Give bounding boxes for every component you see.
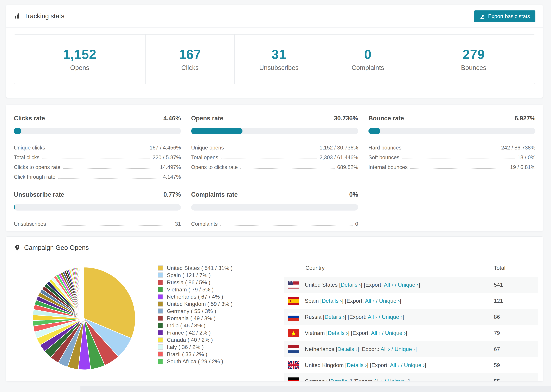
summary-stat-bounces: 279Bounces [412,35,535,84]
export-unique-link[interactable]: Unique › [379,298,400,304]
export-unique-link[interactable]: Unique › [388,378,408,382]
rate-stat-row: Soft bounces18 / 0% [368,151,536,161]
export-all-link[interactable]: All › [384,282,393,288]
rate-stat-label: Complaints [191,221,218,227]
rate-title: Unsubscribe rate [14,191,64,198]
legend-label: Italy ( 36 / 2% ) [167,344,204,350]
rate-value: 0.77% [163,191,181,198]
rate-stat-value: 242 / 86.738% [501,145,536,151]
legend-swatch [158,294,163,300]
summary-stats-strip: 1,152Opens167Clicks31Unsubscribes0Compla… [14,34,535,84]
rate-stat-value: 14.497% [160,164,181,170]
export-all-link[interactable]: All › [365,298,374,304]
rate-block-clicks-rate: Clicks rate4.46%Unique clicks167 / 4.456… [14,115,181,180]
details-link[interactable]: Details › [328,330,348,336]
country-name: Germany [ [305,378,330,382]
rate-stat-row: Unsubscribes31 [14,217,181,227]
rate-progress-fill [368,128,380,134]
details-link[interactable]: Details › [322,298,342,304]
rate-stat-row: Clicks to opens rate14.497% [14,161,181,170]
geo-content: United States ( 541 / 31% )Spain ( 121 /… [6,259,543,381]
dotted-leader [49,225,172,226]
rate-stat-label: Unique opens [191,145,224,151]
bracket-close: ] [415,346,417,352]
dotted-leader [226,149,317,149]
rate-stat-row: Internal bounces19 / 6.81% [368,161,536,170]
bracket-close: ] [406,330,407,336]
legend-swatch [158,308,163,314]
export-basic-stats-button[interactable]: Export basic stats [474,10,536,22]
geo-pie-chart [29,264,139,373]
legend-swatch [158,323,163,328]
legend-item: Spain ( 121 / 7% ) [158,272,233,279]
country-name: United Kingdom [ [305,362,347,368]
export-label: ] [Export: [357,346,381,352]
legend-label: France ( 42 / 2% ) [167,329,211,336]
export-all-link[interactable]: All › [368,314,377,320]
export-all-link[interactable]: All › [381,346,390,352]
export-unique-link[interactable]: Unique › [382,314,403,320]
export-label: ] [Export: [350,378,374,382]
total-cell: 121 [494,298,538,304]
campaign-geo-opens-card: Campaign Geo Opens United States ( 541 /… [6,236,543,381]
rate-stat-value: 18 / 0% [517,154,536,161]
rate-stat-value: 2,303 / 61.446% [319,154,358,161]
total-cell: 59 [494,362,538,368]
export-unique-link[interactable]: Unique › [398,282,418,288]
tracking-stats-title-text: Tracking stats [24,13,64,20]
rate-stat-label: Total opens [191,154,218,161]
legend-label: India ( 46 / 3% ) [167,322,205,329]
dotted-leader [404,149,498,149]
legend-label: Spain ( 121 / 7% ) [167,272,211,279]
total-cell: 86 [494,314,538,320]
geo-table: Country Total United States [Details ›] … [284,259,538,381]
legend-swatch [158,280,163,285]
geo-title: Campaign Geo Opens [14,244,89,252]
table-row-nl: Netherlands [Details ›] [Export: All › /… [284,341,538,357]
rate-stat-value: 220 / 5.87% [153,154,181,161]
rate-block-opens-rate: Opens rate30.736%Unique opens1,152 / 30.… [191,115,358,180]
link-separator: / [399,362,404,368]
rates-card: Clicks rate4.46%Unique clicks167 / 4.456… [6,105,543,231]
country-name: Netherlands [ [305,346,337,352]
export-label: ] [Export: [342,298,365,304]
tracking-stats-title: Tracking stats [14,13,64,20]
summary-stat-label: Bounces [461,64,486,71]
link-separator: / [380,330,385,336]
rate-progress-bar [191,204,358,210]
export-basic-stats-label: Export basic stats [488,13,530,20]
details-link[interactable]: Details › [337,346,357,352]
details-link[interactable]: Details › [347,362,367,368]
export-all-link[interactable]: All › [371,330,380,336]
country-cell: United Kingdom [Details ›] [Export: All … [305,362,426,368]
geo-header: Campaign Geo Opens [6,237,543,259]
country-cell: Spain [Details ›] [Export: All › / Uniqu… [305,298,401,304]
export-unique-link[interactable]: Unique › [385,330,406,336]
legend-label: South Africa ( 29 / 2% ) [167,358,223,365]
export-unique-link[interactable]: Unique › [395,346,415,352]
rate-stat-value: 4.147% [163,174,181,180]
table-row-ru: Russia [Details ›] [Export: All › / Uniq… [284,309,538,325]
bracket-close: ] [403,314,404,320]
country-cell: United States [Details ›] [Export: All ›… [305,282,420,288]
rate-title: Opens rate [191,115,223,122]
legend-item: United States ( 541 / 31% ) [158,264,233,272]
details-link[interactable]: Details › [325,314,345,320]
dotted-leader [58,178,160,179]
export-all-link[interactable]: All › [374,378,383,382]
legend-swatch [158,344,163,350]
rate-title: Bounce rate [368,115,404,122]
export-all-link[interactable]: All › [390,362,399,368]
bar-chart-icon [14,13,21,20]
export-unique-link[interactable]: Unique › [404,362,425,368]
summary-stat-value: 0 [364,47,372,62]
gb-flag-icon [288,361,299,369]
legend-item: South Africa ( 29 / 2% ) [158,358,233,365]
pie-slice[interactable] [84,267,84,318]
rate-stat-row: Unique opens1,152 / 30.736% [191,141,358,151]
legend-item: Germany ( 55 / 3% ) [158,308,233,315]
details-link[interactable]: Details › [330,378,350,382]
rate-stat-label: Total clicks [14,154,40,161]
summary-stat-value: 31 [272,47,286,62]
details-link[interactable]: Details › [341,282,361,288]
